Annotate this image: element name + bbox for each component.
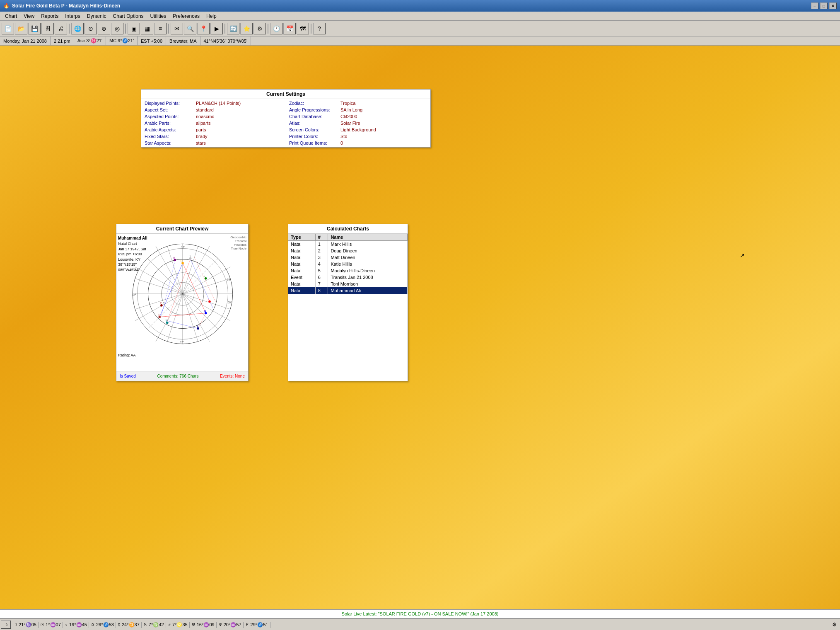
calc-chart-row-7[interactable]: Natal7Toni Morrison: [288, 281, 408, 287]
svg-text:12°: 12°: [180, 341, 184, 344]
animate-button[interactable]: ▶: [210, 23, 223, 34]
chart-num-cell-3: 3: [315, 254, 328, 261]
save-button[interactable]: 💾: [28, 23, 41, 34]
chart-type-cell-5: Natal: [288, 267, 315, 274]
news-text: Solar Live Latest: "SOLAR FIRE GOLD (v7)…: [342, 611, 499, 616]
value-zodiac: Tropical: [340, 101, 357, 106]
value-screen-colors: Light Background: [340, 127, 376, 132]
chart-name-cell-7: Toni Morrison: [328, 281, 408, 287]
wheel2-button[interactable]: ⊕: [98, 23, 110, 34]
time-button[interactable]: 🕐: [270, 23, 282, 34]
svg-text:☽: ☽: [188, 255, 191, 258]
chart-comments: Comments: 766 Chars: [157, 374, 198, 378]
calc-charts-header: Type # Name: [288, 234, 408, 241]
menu-chart[interactable]: Chart: [2, 12, 20, 20]
calc-chart-row-3[interactable]: Natal3Matt Dineen: [288, 254, 408, 261]
app-icon: 🔥: [3, 3, 10, 9]
bottom-news-bar: Solar Live Latest: "SOLAR FIRE GOLD (v7)…: [0, 609, 840, 618]
value-arabic-aspects: parts: [196, 127, 206, 132]
calc-chart-row-2[interactable]: Natal2Doug Dineen: [288, 247, 408, 254]
save-as-button[interactable]: 🗄: [41, 23, 54, 34]
globe-button[interactable]: 🌐: [71, 23, 84, 34]
label-atlas: Atlas:: [289, 121, 339, 126]
toolbar-separator-4: [224, 24, 225, 34]
settings-row-printer-colors: Printer Colors: Std: [286, 133, 430, 140]
chart-num-cell-7: 7: [315, 281, 328, 287]
chart-coords2: 085°W45'34": [118, 267, 147, 273]
chart-date: Jan 17 1942, Sat: [118, 247, 147, 252]
chart-type-cell-8: Natal: [288, 287, 315, 294]
menu-view[interactable]: View: [20, 12, 38, 20]
wheel1-button[interactable]: ⊙: [84, 23, 97, 34]
svg-text:♇: ♇: [159, 302, 162, 305]
astro-uranus: ♅ 16°♒09: [190, 622, 217, 628]
chart-type-cell-1: Natal: [288, 241, 315, 248]
star-button[interactable]: ⭐: [240, 23, 253, 34]
chart-name-cell-3: Matt Dineen: [328, 254, 408, 261]
menu-utilities[interactable]: Utilities: [147, 12, 170, 20]
svg-text:♅: ♅: [165, 319, 168, 322]
calc-button[interactable]: 🔄: [227, 23, 239, 34]
close-button[interactable]: ×: [829, 2, 837, 9]
settings-title: Current Settings: [141, 90, 430, 99]
calc-chart-row-6[interactable]: Event6Transits Jan 21 2008: [288, 274, 408, 281]
current-settings-panel: Current Settings Displayed Points: PLAN&…: [141, 89, 431, 148]
svg-text:☉: ☉: [180, 259, 183, 262]
calendar-button[interactable]: 📅: [283, 23, 296, 34]
chart-options-button[interactable]: ⚙: [253, 23, 266, 34]
chart-view-button[interactable]: ▣: [128, 23, 140, 34]
label-displayed-points: Displayed Points:: [145, 101, 194, 106]
print-button[interactable]: 🖨: [55, 23, 67, 34]
menu-preferences[interactable]: Preferences: [169, 12, 203, 20]
email-button[interactable]: ✉: [171, 23, 183, 34]
menu-dynamic[interactable]: Dynamic: [84, 12, 110, 20]
menu-interps[interactable]: Interps: [62, 12, 84, 20]
label-aspected-points: Aspected Points:: [145, 114, 194, 119]
calc-chart-row-5[interactable]: Natal5Madalyn Hillis-Dineen: [288, 267, 408, 274]
menu-help[interactable]: Help: [203, 12, 220, 20]
astro-neptune: ♆ 20°♒57: [217, 622, 244, 628]
help-button[interactable]: ?: [313, 23, 326, 34]
astro-moon: ☽ 21°♑05: [12, 622, 39, 628]
menu-reports[interactable]: Reports: [38, 12, 62, 20]
label-fixed-stars: Fixed Stars:: [145, 134, 194, 139]
value-chart-database: Clif2000: [340, 114, 357, 119]
chart-type-cell-2: Natal: [288, 247, 315, 254]
menu-chart-options[interactable]: Chart Options: [110, 12, 147, 20]
calc-chart-row-4[interactable]: Natal4Katie Hillis: [288, 261, 408, 267]
settings-row-aspect-set: Aspect Set: standard: [141, 107, 286, 113]
table-button[interactable]: ▦: [141, 23, 153, 34]
chart-num-cell-1: 1: [315, 241, 328, 248]
label-printer-colors: Printer Colors:: [289, 134, 339, 139]
toolbar-separator-6: [311, 24, 311, 34]
settings-row-atlas: Atlas: Solar Fire: [286, 120, 430, 126]
restore-button[interactable]: □: [820, 2, 828, 9]
settings-row-displayed-points: Displayed Points: PLAN&CH (14 Points): [141, 100, 286, 107]
toolbar: 📄 📂 💾 🗄 🖨 🌐 ⊙ ⊕ ◎ ▣ ▦ ≡ ✉ 🔍 📍 ▶ 🔄 ⭐ ⚙ 🕐 …: [0, 21, 840, 36]
label-angle-progressions: Angle Progressions:: [289, 107, 339, 112]
relocate-button[interactable]: 📍: [197, 23, 210, 34]
astro-mars: ♂ 7°♌35: [166, 622, 190, 628]
atlas-button[interactable]: 🗺: [297, 23, 309, 34]
calculated-charts-panel: Calculated Charts Type # Name Natal1Mark…: [288, 224, 408, 381]
chart-preview-panel: Current Chart Preview Muhammad Ali Natal…: [116, 224, 249, 381]
settings-row-arabic-aspects: Arabic Aspects: parts: [141, 126, 286, 133]
value-printer-colors: Std: [340, 134, 348, 139]
minimize-button[interactable]: −: [811, 2, 818, 9]
svg-text:♄: ♄: [158, 313, 160, 316]
status-coords: 41°N45'36" 070°W05': [200, 36, 251, 45]
svg-text:♂: ♂: [208, 298, 210, 301]
calc-charts-table: Type # Name Natal1Mark HillisNatal2Doug …: [288, 234, 408, 294]
new-chart-button[interactable]: 📄: [2, 23, 14, 34]
calc-chart-row-1[interactable]: Natal1Mark Hillis: [288, 241, 408, 248]
status-time: 2:21 pm: [51, 36, 74, 45]
list-button[interactable]: ≡: [154, 23, 167, 34]
chart-num-cell-4: 4: [315, 261, 328, 267]
label-print-queue: Print Queue Items:: [289, 141, 339, 145]
astro-pluto: ♇ 29°♐51: [244, 622, 270, 628]
calc-chart-row-8[interactable]: Natal8Muhammad Ali: [288, 287, 408, 294]
search-button[interactable]: 🔍: [184, 23, 196, 34]
open-button[interactable]: 📂: [15, 23, 27, 34]
wheel3-button[interactable]: ◎: [111, 23, 123, 34]
status-mc: MC 9°♐21': [106, 36, 138, 45]
